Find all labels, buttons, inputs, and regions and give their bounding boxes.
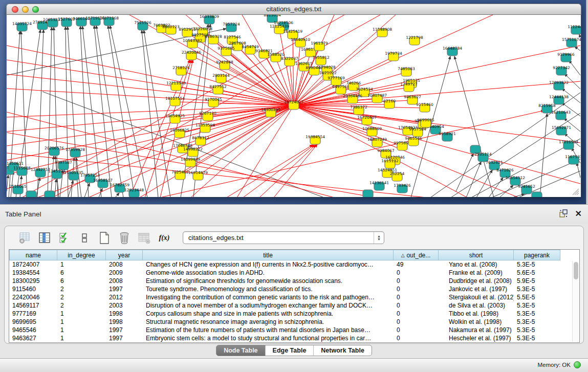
svg-text:10543382: 10543382 xyxy=(183,38,202,43)
svg-text:8678312: 8678312 xyxy=(192,136,209,140)
network-view-window[interactable]: citations_edges.txt 14035724276914361065… xyxy=(6,4,581,197)
table-cell: 0 xyxy=(394,269,439,276)
table-cell: 5.3E-5 xyxy=(514,286,560,293)
table-scrollbar[interactable] xyxy=(572,261,579,342)
table-cell: 1997 xyxy=(106,286,143,293)
svg-text:7386372: 7386372 xyxy=(350,105,367,110)
table-cell: 2008 xyxy=(106,261,143,268)
network-graph[interactable]: 1403572427691436106532371527602946616010… xyxy=(7,15,581,197)
table-cell: 5.3E-5 xyxy=(514,326,560,334)
column-header-out_de[interactable]: △out_de... xyxy=(394,250,439,260)
table-row[interactable]: 2242004622012Investigating the contribut… xyxy=(9,293,579,301)
table-header-row[interactable]: namein_degreeyeartitle△out_de...shortpag… xyxy=(9,250,579,260)
graph-node[interactable] xyxy=(26,191,36,197)
table-row[interactable]: 969969511998Structural magnetic resonanc… xyxy=(9,318,579,326)
table-cell: 6 xyxy=(57,277,106,285)
svg-text:19384554: 19384554 xyxy=(306,135,325,139)
function-builder-icon[interactable]: f(x) xyxy=(158,231,171,245)
table-cell: de Silva et al. (2003) xyxy=(439,302,514,309)
table-row[interactable]: 1456911722003Disruption of a novel membe… xyxy=(9,301,579,310)
svg-text:7485083: 7485083 xyxy=(398,67,415,71)
table-cell: 18300295 xyxy=(9,277,57,285)
table-cell: 0 xyxy=(394,302,439,309)
tab-edge-table[interactable]: Edge Table xyxy=(265,345,314,356)
svg-text:18807249: 18807249 xyxy=(367,137,387,142)
table-row[interactable]: 1830029562008Estimation of significance … xyxy=(9,277,579,285)
background-window-edge xyxy=(586,0,588,204)
close-window-button[interactable] xyxy=(12,6,18,13)
table-scrollbar-thumb[interactable] xyxy=(574,262,578,279)
svg-text:17016504: 17016504 xyxy=(559,140,578,144)
table-cell: 9465546 xyxy=(9,326,57,334)
table-cell: 5.3E-5 xyxy=(514,310,560,317)
delete-column-icon[interactable] xyxy=(118,231,131,245)
table-body[interactable]: 1872400712008Changes of HCN gene express… xyxy=(9,260,579,342)
table-cell: 5.6E-5 xyxy=(514,269,560,276)
graph-node[interactable] xyxy=(532,192,542,197)
svg-text:2718126: 2718126 xyxy=(172,65,190,70)
column-header-year[interactable]: year xyxy=(106,250,143,260)
create-column-icon[interactable] xyxy=(98,231,111,245)
table-row[interactable]: 946362711997Embryonic stem cells: a mode… xyxy=(9,334,579,342)
column-header-short[interactable]: short xyxy=(439,250,514,260)
column-header-title[interactable]: title xyxy=(143,250,394,260)
table-cell: Corpus callosum shape and size in male p… xyxy=(143,310,394,317)
select-columns-icon[interactable] xyxy=(58,231,71,245)
svg-text:9465546: 9465546 xyxy=(405,136,422,141)
svg-text:9984067: 9984067 xyxy=(377,148,395,153)
node-table[interactable]: namein_degreeyeartitle△out_de...shortpag… xyxy=(9,249,580,343)
table-row[interactable]: 946554611997Estimation of the future num… xyxy=(9,326,579,334)
table-row[interactable]: 911546021997Tourette syndrome. Phenomeno… xyxy=(9,285,579,293)
svg-text:8427552: 8427552 xyxy=(209,84,227,89)
close-panel-icon[interactable]: ✕ xyxy=(575,210,582,218)
tab-network-table[interactable]: Network Table xyxy=(313,345,372,356)
table-cell: 0 xyxy=(394,326,439,334)
table-selector-dropdown[interactable]: citations_edges.txt ▲▼ xyxy=(183,231,384,244)
column-header-in_degree[interactable]: in_degree xyxy=(57,250,106,260)
float-panel-icon[interactable] xyxy=(559,209,568,218)
table-settings-icon[interactable] xyxy=(18,231,31,245)
svg-text:1115688: 1115688 xyxy=(13,166,31,170)
svg-text:9170045: 9170045 xyxy=(205,97,222,102)
svg-text:1733426: 1733426 xyxy=(394,183,411,188)
svg-text:1145194: 1145194 xyxy=(48,169,66,173)
show-columns-icon[interactable] xyxy=(38,231,51,245)
table-cell: 1997 xyxy=(106,335,143,342)
table-cell: 6 xyxy=(57,269,106,276)
network-canvas[interactable]: 1403572427691436106532371527602946616010… xyxy=(7,15,581,197)
tab-node-table[interactable]: Node Table xyxy=(216,345,265,356)
zoom-window-button[interactable] xyxy=(32,6,39,13)
table-row[interactable]: 1872400712008Changes of HCN gene express… xyxy=(9,260,579,269)
svg-text:9115460: 9115460 xyxy=(416,102,433,107)
row-height-icon[interactable] xyxy=(78,231,91,245)
svg-text:12342757: 12342757 xyxy=(31,167,50,172)
table-cell: 0 xyxy=(394,335,439,342)
memory-ok-indicator-icon[interactable] xyxy=(574,361,581,368)
memory-status-label: Memory: OK xyxy=(537,362,571,368)
table-cell: Stergiakouli et al. (2012) xyxy=(439,294,514,301)
graph-node[interactable] xyxy=(363,190,373,197)
table-cell: 19384554 xyxy=(9,269,57,276)
column-header-name[interactable]: name xyxy=(9,250,57,260)
svg-text:10807487: 10807487 xyxy=(367,93,387,98)
table-cell: 0 xyxy=(394,294,439,301)
delete-table-icon[interactable] xyxy=(138,231,151,245)
table-row[interactable]: 977716911998Corpus callosum shape and si… xyxy=(9,310,579,318)
resize-grip-icon[interactable] xyxy=(571,187,579,195)
svg-text:9958921: 9958921 xyxy=(439,132,456,136)
column-header-pagerank[interactable]: pagerank xyxy=(514,250,560,260)
svg-text:9227342: 9227342 xyxy=(553,65,570,70)
svg-text:9375685: 9375685 xyxy=(217,46,235,51)
minimize-window-button[interactable] xyxy=(22,6,29,13)
svg-text:18325419: 18325419 xyxy=(283,29,302,34)
svg-text:1979734: 1979734 xyxy=(385,51,402,56)
window-titlebar[interactable]: citations_edges.txt xyxy=(6,4,581,15)
graph-node[interactable] xyxy=(45,191,55,197)
table-row[interactable]: 1938455462009Genome-wide association stu… xyxy=(9,269,579,277)
table-cell: Nakamura et al. (1997) xyxy=(439,326,514,334)
svg-text:11350611: 11350611 xyxy=(7,161,24,166)
svg-text:20206576: 20206576 xyxy=(45,146,64,150)
svg-text:8322037: 8322037 xyxy=(281,56,298,61)
table-cell: 1 xyxy=(57,326,106,334)
svg-text:14035724: 14035724 xyxy=(12,21,32,26)
